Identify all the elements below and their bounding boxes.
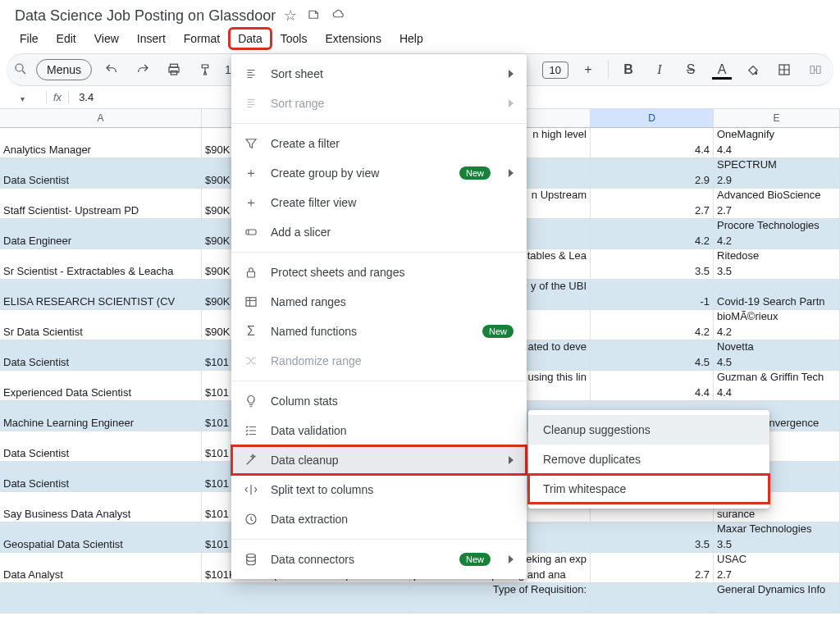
cell[interactable]: Sr Data Scientist	[0, 310, 202, 340]
cell[interactable]: 2.7	[591, 553, 714, 582]
cell[interactable]: 4.4	[591, 128, 714, 157]
cell[interactable]: General Dynamics Info	[714, 583, 840, 613]
menu-label: Create a filter	[271, 137, 514, 150]
menu-data-extraction[interactable]: Data extraction	[231, 504, 527, 534]
menu-named-functions[interactable]: Σ Named functions New	[231, 317, 527, 346]
split-icon	[243, 481, 259, 498]
cell[interactable]: 4.5	[591, 340, 714, 370]
cloud-icon[interactable]	[331, 7, 346, 25]
cell[interactable]: 4.4Guzman & Griffin Tech	[714, 371, 840, 400]
redo-icon[interactable]	[131, 58, 154, 81]
menu-data[interactable]: Data	[230, 29, 271, 48]
wand-icon	[243, 452, 259, 468]
menu-label: Protect sheets and ranges	[271, 266, 514, 279]
table-row[interactable]: Type of Requisition:General Dynamics Inf…	[0, 583, 840, 613]
col-header-a[interactable]: A	[0, 109, 202, 127]
print-icon[interactable]	[162, 58, 185, 81]
cell[interactable]	[202, 583, 410, 613]
cell[interactable]: 2.9SPECTRUM	[714, 158, 840, 188]
cell[interactable]: Data Scientist	[0, 340, 202, 370]
cell[interactable]: 4.4	[591, 371, 714, 400]
cell[interactable]: Data Scientist	[0, 158, 202, 188]
paint-format-icon[interactable]	[194, 58, 217, 81]
italic-icon[interactable]: I	[648, 58, 671, 81]
cell[interactable]: 3.5	[591, 249, 714, 279]
menu-named-ranges[interactable]: Named ranges	[231, 287, 527, 317]
cell[interactable]: 2.9	[591, 158, 714, 188]
cell[interactable]: Covid-19 Search Partn	[714, 280, 840, 309]
cell[interactable]: 4.5Novetta	[714, 340, 840, 370]
undo-icon[interactable]	[100, 58, 123, 81]
menus-button[interactable]: Menus	[36, 59, 92, 80]
menu-edit[interactable]: Edit	[48, 29, 84, 48]
menu-create-filter[interactable]: Create a filter	[231, 129, 527, 158]
move-icon[interactable]	[307, 7, 322, 25]
borders-icon[interactable]	[773, 58, 796, 81]
search-menus-icon[interactable]	[13, 62, 28, 79]
cell[interactable]: 4.2	[591, 310, 714, 340]
menu-format[interactable]: Format	[176, 29, 228, 48]
submenu-cleanup-suggestions[interactable]: Cleanup suggestions	[528, 415, 769, 445]
cell[interactable]: ELISA RESEARCH SCIENTIST (CV	[0, 280, 202, 309]
star-icon[interactable]: ☆	[284, 7, 297, 25]
bold-icon[interactable]: B	[617, 58, 640, 81]
cell[interactable]	[591, 583, 714, 613]
cell[interactable]: 4.2bioMÃ©rieux	[714, 310, 840, 340]
cell[interactable]: 2.7USAC	[714, 553, 840, 582]
menu-view[interactable]: View	[86, 29, 127, 48]
menu-file[interactable]: File	[11, 29, 47, 48]
cell[interactable]: Data Scientist	[0, 431, 202, 461]
cell[interactable]: Data Analyst	[0, 553, 202, 582]
cell[interactable]: 4.2	[591, 219, 714, 249]
submenu-trim-whitespace[interactable]: Trim whitespace	[528, 474, 769, 504]
menu-column-stats[interactable]: Column stats	[231, 386, 527, 416]
text-color-icon[interactable]: A	[710, 58, 733, 81]
cell[interactable]: 3.5Maxar Technologies	[714, 522, 840, 552]
cell[interactable]: 4.4OneMagnify	[714, 128, 840, 157]
lock-icon	[243, 264, 259, 281]
cell[interactable]: 3.5	[591, 522, 714, 552]
merge-cells-icon[interactable]	[804, 58, 827, 81]
cell[interactable]: Experienced Data Scientist	[0, 371, 202, 400]
menu-sort-sheet[interactable]: Sort sheet	[231, 59, 527, 89]
col-header-d[interactable]: D	[591, 109, 714, 127]
data-menu-dropdown: Sort sheet Sort range Create a filter ＋ …	[231, 54, 527, 579]
menu-data-connectors[interactable]: Data connectors New	[231, 545, 527, 574]
cell[interactable]: 3.5Ritedose	[714, 249, 840, 279]
menu-create-filter-view[interactable]: ＋ Create filter view	[231, 188, 527, 217]
cell[interactable]: Geospatial Data Scientist	[0, 522, 202, 552]
cell[interactable]: Type of Requisition:	[410, 583, 591, 613]
menu-data-validation[interactable]: Data validation	[231, 416, 527, 445]
font-size-input[interactable]: 10	[542, 62, 568, 79]
menu-split-text[interactable]: Split text to columns	[231, 475, 527, 504]
menu-tools[interactable]: Tools	[272, 29, 316, 48]
menu-help[interactable]: Help	[391, 29, 431, 48]
formula-input[interactable]: 3.4	[74, 91, 94, 103]
cell[interactable]: -1	[591, 280, 714, 309]
submenu-remove-duplicates[interactable]: Remove duplicates	[528, 445, 769, 474]
cell[interactable]: 2.7	[591, 189, 714, 218]
cell[interactable]: Data Scientist	[0, 462, 202, 491]
cell[interactable]: Machine Learning Engineer	[0, 401, 202, 431]
cell[interactable]: Sr Scientist - Extractables & Leacha	[0, 249, 202, 279]
cell[interactable]: Staff Scientist- Upstream PD	[0, 189, 202, 218]
strikethrough-icon[interactable]: S	[679, 58, 702, 81]
cell[interactable]: Say Business Data Analyst	[0, 492, 202, 522]
name-box[interactable]	[3, 91, 41, 104]
doc-title[interactable]: Data Science Job Posting on Glassdoor	[15, 7, 276, 25]
font-size-increase[interactable]: +	[577, 58, 600, 81]
cell[interactable]: 2.7Advanced BioScience	[714, 189, 840, 218]
col-header-e[interactable]: E	[714, 109, 840, 127]
menu-extensions[interactable]: Extensions	[317, 29, 389, 48]
cell[interactable]: 4.2Procore Technologies	[714, 219, 840, 249]
menu-insert[interactable]: Insert	[129, 29, 174, 48]
cell[interactable]: Analytics Manager	[0, 128, 202, 157]
menu-add-slicer[interactable]: Add a slicer	[231, 217, 527, 247]
menu-data-cleanup[interactable]: Data cleanup	[231, 445, 527, 475]
cell[interactable]: Data Engineer	[0, 219, 202, 249]
cell-overflow-text: General Dynamics Info	[717, 583, 825, 595]
menu-protect-sheets[interactable]: Protect sheets and ranges	[231, 258, 527, 287]
menu-create-group-by-view[interactable]: ＋ Create group by view New	[231, 158, 527, 188]
cell[interactable]	[0, 583, 202, 613]
fill-color-icon[interactable]	[742, 58, 765, 81]
